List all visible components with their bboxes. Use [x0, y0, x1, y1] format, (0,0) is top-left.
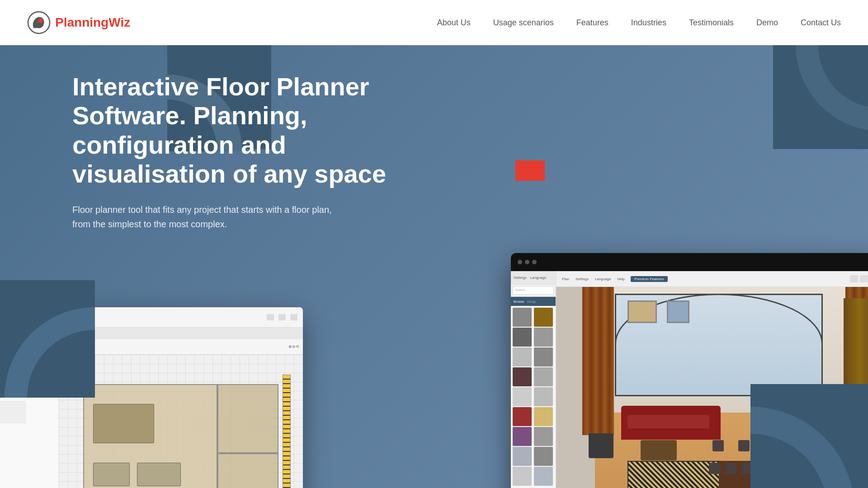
- furniture-panel-3d: Settings Language Search... Browse Group: [511, 271, 556, 488]
- furniture-item: [513, 328, 532, 347]
- furniture-grid: [511, 306, 556, 488]
- furniture-item: [534, 427, 553, 446]
- furniture-item: [534, 367, 553, 386]
- furniture-item: [534, 347, 553, 366]
- furniture-item: [513, 308, 532, 327]
- nav-item-features[interactable]: Features: [576, 18, 609, 28]
- monitor-btn-close: [518, 260, 522, 264]
- 3d-toolbar: Plan Settings Language Help Premium Feat…: [556, 271, 868, 287]
- hero-title: Interactive Floor Planner Software. Plan…: [72, 72, 443, 189]
- svg-point-1: [38, 19, 43, 23]
- furniture-item: [534, 407, 553, 426]
- furniture-item: [513, 427, 532, 446]
- decorative-arc-top-right: [773, 45, 868, 149]
- monitor-btn-minimize: [525, 260, 529, 264]
- nav-item-testimonials[interactable]: Testimonials: [689, 18, 734, 28]
- 3d-premium-label: Premium Features: [631, 276, 668, 282]
- monitor-btn-expand: [532, 260, 537, 264]
- 3d-menu-plan: Plan: [560, 276, 571, 282]
- nav-item-usage-scenarios[interactable]: Usage scenarios: [493, 18, 554, 28]
- picture-frame-2: [667, 300, 689, 323]
- furniture-item: [513, 467, 532, 486]
- monitor-buttons: [518, 260, 537, 264]
- furniture-item: [513, 347, 532, 366]
- furniture-item: [513, 387, 532, 406]
- canvas-2d-floorplan: COVERED DECK: [59, 355, 303, 488]
- red-accent-rectangle: [515, 160, 545, 181]
- furniture-item: [534, 308, 553, 327]
- 3d-menu-help: Help: [615, 276, 627, 282]
- nav-item-contact-us[interactable]: Contact Us: [801, 18, 841, 28]
- main-nav: About Us Usage scenarios Features Indust…: [437, 18, 841, 28]
- hero-section: Interactive Floor Planner Software. Plan…: [0, 45, 868, 488]
- nav-item-demo[interactable]: Demo: [756, 18, 778, 28]
- curtain-left: [582, 287, 614, 435]
- furniture-item: [534, 328, 553, 347]
- furniture-item: [534, 467, 553, 486]
- monitor-top-bar: [511, 253, 868, 271]
- furniture-item: [513, 367, 532, 386]
- logo-icon: [27, 11, 51, 34]
- furniture-item: [513, 447, 532, 466]
- picture-frame-1: [627, 300, 657, 323]
- logo[interactable]: PlanningWiz: [27, 11, 130, 34]
- nav-item-about-us[interactable]: About Us: [437, 18, 471, 28]
- site-header: PlanningWiz About Us Usage scenarios Fea…: [0, 0, 868, 45]
- 3d-menu-settings: Settings: [573, 276, 591, 282]
- logo-text: PlanningWiz: [55, 15, 130, 30]
- decorative-arc-bottom-left: [0, 280, 95, 398]
- furniture-item: [534, 387, 553, 406]
- hero-content: Interactive Floor Planner Software. Plan…: [72, 72, 443, 231]
- furniture-item: [513, 407, 532, 426]
- 3d-menu-language: Language: [593, 276, 613, 282]
- decorative-arc-bottom-right: [750, 384, 868, 488]
- furniture-item: [534, 447, 553, 466]
- hero-subtitle: Floor planner tool that fits any project…: [72, 202, 443, 231]
- nav-item-industries[interactable]: Industries: [631, 18, 666, 28]
- chair-dark: [589, 433, 613, 458]
